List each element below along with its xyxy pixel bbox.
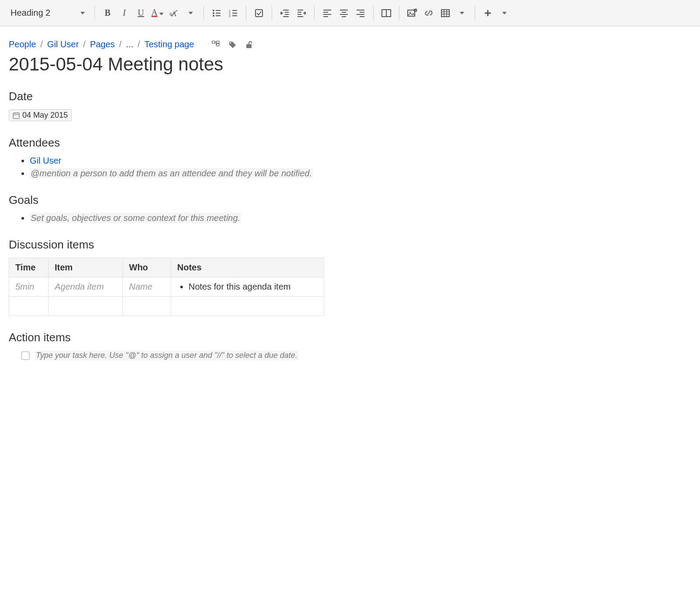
list-item[interactable]: Gil User (30, 156, 516, 166)
toolbar-separator (475, 6, 475, 21)
text-color-button[interactable]: A (150, 6, 165, 21)
labels-icon[interactable] (228, 41, 236, 49)
task-list-button[interactable] (252, 6, 266, 21)
svg-text:3: 3 (229, 14, 231, 17)
breadcrumb-separator: / (83, 39, 86, 49)
toolbar-separator (203, 6, 204, 21)
table-row[interactable]: 5min Agenda item Name Notes for this age… (9, 277, 324, 297)
task-hint[interactable]: Type your task here. Use "@" to assign a… (35, 350, 298, 360)
svg-rect-8 (216, 15, 220, 16)
svg-rect-50 (217, 44, 219, 46)
align-right-button[interactable] (353, 6, 368, 21)
bullet-list-button[interactable] (209, 6, 224, 21)
page-layout-button[interactable] (379, 6, 394, 21)
cell-time[interactable]: 5min (9, 277, 49, 297)
svg-rect-25 (323, 12, 328, 13)
list-item[interactable]: @mention a person to add them as an atte… (30, 168, 516, 178)
cell-item[interactable]: Agenda item (49, 277, 123, 297)
svg-rect-14 (232, 15, 237, 16)
date-value: 04 May 2015 (22, 111, 68, 120)
page-title[interactable]: 2015-05-04 Meeting notes (9, 54, 516, 75)
svg-rect-4 (216, 10, 220, 11)
toolbar-separator (373, 6, 374, 21)
breadcrumb-link-user[interactable]: Gil User (47, 39, 79, 49)
insert-more-dropdown[interactable] (497, 6, 512, 21)
svg-text:+: + (415, 9, 416, 12)
col-who[interactable]: Who (123, 258, 171, 277)
col-item[interactable]: Item (49, 258, 123, 277)
cell-who[interactable] (123, 297, 171, 316)
svg-rect-20 (298, 10, 303, 10)
align-left-button[interactable] (320, 6, 335, 21)
date-chip[interactable]: 04 May 2015 (9, 109, 72, 121)
list-item[interactable]: Set goals, objectives or some context fo… (30, 213, 516, 223)
editor-content[interactable]: People / Gil User / Pages / ... / Testin… (0, 26, 525, 387)
breadcrumb-ellipsis[interactable]: ... (126, 39, 133, 49)
svg-rect-17 (285, 12, 289, 13)
clear-formatting-button[interactable]: a A (167, 6, 182, 21)
cell-item[interactable] (49, 297, 123, 316)
section-heading-discussion[interactable]: Discussion items (9, 238, 516, 252)
paragraph-style-select[interactable]: Heading 2 (6, 6, 89, 20)
align-center-button[interactable] (336, 6, 351, 21)
breadcrumb-link-pages[interactable]: Pages (90, 39, 115, 49)
col-time[interactable]: Time (9, 258, 49, 277)
svg-rect-10 (232, 10, 237, 11)
cell-who[interactable]: Name (123, 277, 171, 297)
text-color-icon: A (151, 9, 158, 17)
link-icon (424, 9, 434, 17)
page-tree-icon[interactable] (212, 41, 220, 49)
numbered-list-button[interactable]: 1 2 3 (226, 6, 241, 21)
more-formatting-button[interactable] (183, 6, 198, 21)
svg-rect-23 (298, 16, 303, 17)
table-row[interactable] (9, 297, 324, 316)
paragraph-style-label: Heading 2 (10, 8, 50, 18)
calendar-icon (13, 112, 20, 119)
svg-rect-29 (342, 12, 346, 13)
svg-rect-24 (323, 10, 331, 10)
breadcrumb-link-people[interactable]: People (9, 39, 36, 49)
underline-button[interactable]: U (133, 6, 148, 21)
insert-more-button[interactable] (480, 6, 495, 21)
col-notes[interactable]: Notes (171, 258, 324, 277)
cell-notes[interactable] (171, 297, 324, 316)
goals-list[interactable]: Set goals, objectives or some context fo… (9, 213, 516, 223)
chevron-down-icon (80, 12, 85, 14)
task-checkbox[interactable] (21, 351, 30, 360)
svg-rect-33 (360, 12, 364, 13)
task-row[interactable]: Type your task here. Use "@" to assign a… (21, 350, 516, 360)
breadcrumb-link-current[interactable]: Testing page (144, 39, 194, 49)
svg-rect-18 (285, 14, 289, 15)
insert-image-button[interactable]: + (405, 6, 420, 21)
breadcrumb: People / Gil User / Pages / ... / Testin… (9, 39, 516, 49)
svg-rect-38 (408, 10, 415, 16)
section-heading-date[interactable]: Date (9, 90, 516, 103)
svg-rect-6 (216, 13, 220, 14)
table-icon (441, 9, 450, 17)
svg-point-52 (230, 42, 231, 43)
breadcrumb-separator: / (119, 39, 122, 49)
section-heading-action[interactable]: Action items (9, 331, 516, 344)
numbered-list-icon: 1 2 3 (229, 9, 238, 17)
unlock-icon[interactable] (245, 41, 253, 49)
cell-notes[interactable]: Notes for this agenda item (171, 277, 324, 297)
svg-rect-12 (232, 13, 237, 14)
notes-item[interactable]: Notes for this agenda item (189, 282, 318, 292)
outdent-button[interactable] (277, 6, 292, 21)
attendee-link[interactable]: Gil User (30, 156, 61, 165)
indent-icon (297, 9, 306, 17)
indent-button[interactable] (294, 6, 309, 21)
attendees-list[interactable]: Gil User @mention a person to add them a… (9, 156, 516, 178)
insert-table-dropdown[interactable] (455, 6, 469, 21)
cell-time[interactable] (9, 297, 49, 316)
editor-toolbar: Heading 2 B I U A a A 1 2 3 (0, 0, 700, 26)
align-right-icon (356, 9, 365, 17)
bold-button[interactable]: B (100, 6, 115, 21)
discussion-table[interactable]: Time Item Who Notes 5min Agenda item Nam… (9, 258, 324, 316)
align-center-icon (340, 9, 348, 17)
section-heading-attendees[interactable]: Attendees (9, 136, 516, 150)
italic-button[interactable]: I (117, 6, 132, 21)
section-heading-goals[interactable]: Goals (9, 193, 516, 207)
insert-table-button[interactable] (438, 6, 453, 21)
insert-link-button[interactable] (421, 6, 436, 21)
